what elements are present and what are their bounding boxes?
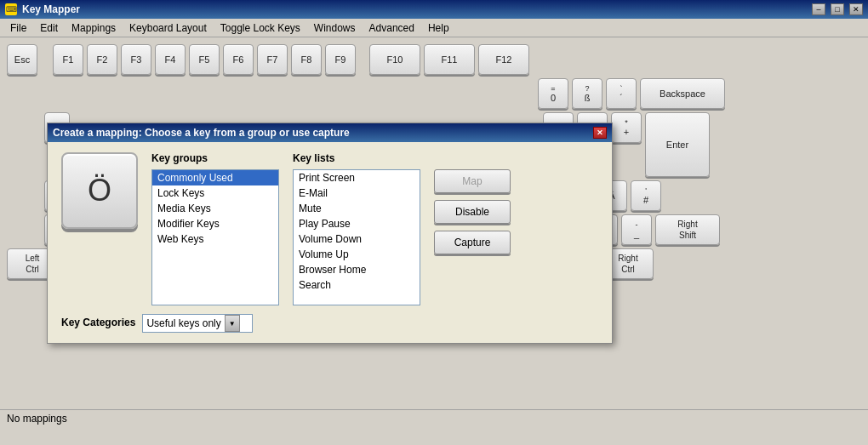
key-star-plus[interactable]: *+ (611, 112, 642, 143)
group-modifier-keys[interactable]: Modifier Keys (152, 216, 278, 231)
menu-windows[interactable]: Windows (307, 20, 363, 36)
mapping-dialog: Create a mapping: Choose a key from a gr… (47, 123, 613, 344)
key-groups-label: Key groups (151, 152, 279, 164)
menu-bar: File Edit Mappings Keyboard Layout Toggl… (0, 19, 868, 37)
key-f3[interactable]: F3 (121, 44, 151, 75)
minimize-button[interactable]: – (812, 3, 825, 15)
menu-file[interactable]: File (3, 20, 33, 36)
menu-keyboard-layout[interactable]: Keyboard Layout (123, 20, 214, 36)
key-f9[interactable]: F9 (325, 44, 356, 75)
capture-button[interactable]: Capture (434, 231, 511, 254)
app-icon: ⌨ (5, 3, 17, 15)
key-dash-underscore[interactable]: -_ (621, 214, 652, 245)
main-area: Esc F1 F2 F3 F4 F5 F6 F7 F8 F9 F10 F11 F… (0, 37, 868, 426)
menu-advanced[interactable]: Advanced (363, 20, 421, 36)
dialog-action-buttons: Map Disable Capture (434, 152, 511, 254)
categories-value: Useful keys only (146, 317, 220, 329)
key-lists-listbox[interactable]: Print Screen E-Mail Mute Play Pause Volu… (293, 169, 420, 305)
key-equals[interactable]: =0 (538, 78, 568, 109)
group-commonly-used[interactable]: Commonly Used (152, 170, 278, 185)
dialog-body: Ö Key groups Commonly Used Lock Keys Med… (48, 142, 612, 343)
dialog-close-button[interactable]: ✕ (593, 127, 607, 139)
group-lock-keys[interactable]: Lock Keys (152, 185, 278, 201)
key-enter[interactable]: Enter (645, 112, 710, 177)
close-window-button[interactable]: ✕ (849, 3, 863, 15)
dialog-title: Create a mapping: Choose a key from a gr… (53, 127, 588, 139)
key-backspace[interactable]: Backspace (640, 78, 725, 109)
key-f6[interactable]: F6 (223, 44, 254, 75)
key-f10[interactable]: F10 (369, 44, 420, 75)
keyboard-row-number: =0 ?ß `´ Backspace (7, 78, 861, 109)
key-groups-listbox[interactable]: Commonly Used Lock Keys Media Keys Modif… (151, 169, 279, 305)
key-f12[interactable]: F12 (478, 44, 529, 75)
dialog-title-bar: Create a mapping: Choose a key from a gr… (48, 123, 612, 142)
keyboard-row-function: Esc F1 F2 F3 F4 F5 F6 F7 F8 F9 F10 F11 F… (7, 44, 861, 75)
key-question[interactable]: ?ß (572, 78, 602, 109)
status-text: No mappings (7, 413, 67, 425)
key-lists-section: Key lists Print Screen E-Mail Mute Play … (293, 152, 420, 305)
group-media-keys[interactable]: Media Keys (152, 201, 278, 216)
keylist-browser-home[interactable]: Browser Home (294, 262, 420, 277)
menu-help[interactable]: Help (421, 20, 456, 36)
categories-row: Key Categories Useful keys only ▼ (61, 314, 598, 333)
keylist-volume-down[interactable]: Volume Down (294, 231, 420, 247)
menu-mappings[interactable]: Mappings (65, 20, 123, 36)
maximize-button[interactable]: □ (831, 3, 844, 15)
key-f7[interactable]: F7 (257, 44, 288, 75)
keylist-volume-up[interactable]: Volume Up (294, 247, 420, 262)
keylist-search[interactable]: Search (294, 277, 420, 293)
key-quote-hash[interactable]: '# (631, 180, 661, 211)
dropdown-arrow-icon: ▼ (225, 315, 240, 332)
categories-dropdown[interactable]: Useful keys only ▼ (142, 314, 253, 333)
keylist-print-screen[interactable]: Print Screen (294, 170, 420, 185)
key-f2[interactable]: F2 (87, 44, 117, 75)
key-f5[interactable]: F5 (189, 44, 220, 75)
key-groups-section: Key groups Commonly Used Lock Keys Media… (151, 152, 279, 305)
key-f1[interactable]: F1 (53, 44, 83, 75)
menu-edit[interactable]: Edit (33, 20, 65, 36)
keylist-mute[interactable]: Mute (294, 201, 420, 216)
key-esc[interactable]: Esc (7, 44, 37, 75)
keylist-play-pause[interactable]: Play Pause (294, 216, 420, 231)
dialog-columns: Ö Key groups Commonly Used Lock Keys Med… (61, 152, 598, 305)
status-bar: No mappings (0, 409, 868, 426)
map-button[interactable]: Map (434, 169, 511, 193)
window-title: Key Mapper (22, 3, 807, 15)
categories-label: Key Categories (61, 317, 135, 328)
key-f4[interactable]: F4 (155, 44, 186, 75)
key-backtick[interactable]: `´ (606, 78, 637, 109)
title-bar: ⌨ Key Mapper – □ ✕ (0, 0, 868, 19)
group-web-keys[interactable]: Web Keys (152, 231, 278, 247)
keylist-email[interactable]: E-Mail (294, 185, 420, 201)
menu-toggle-lock-keys[interactable]: Toggle Lock Keys (214, 20, 307, 36)
key-preview: Ö (61, 152, 138, 229)
key-right-shift[interactable]: RightShift (655, 214, 720, 245)
key-f11[interactable]: F11 (424, 44, 475, 75)
disable-button[interactable]: Disable (434, 200, 511, 224)
key-lists-label: Key lists (293, 152, 420, 164)
key-f8[interactable]: F8 (291, 44, 322, 75)
